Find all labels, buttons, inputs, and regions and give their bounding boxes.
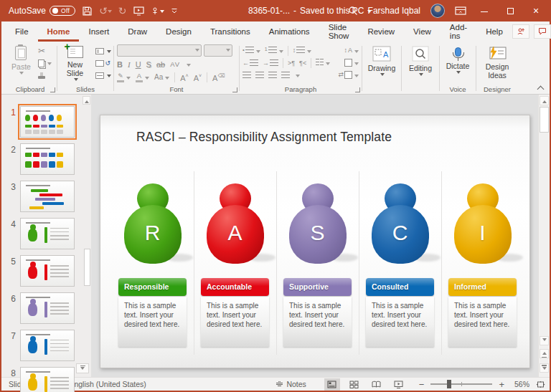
font-dialog-launcher-icon[interactable] — [232, 87, 237, 92]
person-figure[interactable]: S — [289, 183, 347, 264]
rasci-column-responsible[interactable]: R Responsible This is a sample text. Ins… — [118, 183, 187, 347]
minimize-button[interactable] — [476, 0, 492, 21]
touch-mouse-mode-button[interactable] — [151, 6, 164, 16]
normal-view-button[interactable] — [324, 378, 340, 391]
panel-scroll-up-button[interactable] — [83, 96, 90, 105]
collapse-ribbon-button[interactable] — [537, 85, 544, 91]
role-label-bar[interactable]: Informed — [448, 278, 517, 296]
role-label-bar[interactable]: Supportive — [283, 278, 352, 296]
slide-thumbnail-1[interactable]: 1 — [1, 106, 82, 139]
reading-view-button[interactable] — [369, 378, 385, 391]
fit-slide-button[interactable] — [536, 381, 545, 388]
reset-slide-button[interactable]: ↺ — [95, 58, 111, 68]
tab-home[interactable]: Home — [38, 21, 80, 42]
copy-button[interactable] — [38, 58, 52, 68]
dictate-button[interactable]: Dictate — [443, 44, 473, 78]
slide-thumbnail-4[interactable]: 4 — [1, 218, 82, 251]
user-avatar[interactable] — [430, 4, 445, 18]
panel-scrollbar-thumb[interactable] — [84, 249, 90, 286]
role-text-card[interactable]: This is a sample text. Insert your desir… — [201, 297, 269, 347]
zoom-in-button[interactable]: + — [499, 380, 504, 389]
person-figure[interactable]: A — [207, 183, 264, 264]
decrease-font-size-button[interactable]: A˅ — [194, 73, 202, 82]
comments-button[interactable] — [534, 24, 551, 39]
notes-button[interactable]: Notes — [276, 380, 306, 388]
collapse-panel-button[interactable] — [76, 363, 89, 373]
tab-slide-show[interactable]: Slide Show — [319, 21, 359, 42]
underline-button[interactable]: U — [136, 61, 141, 69]
slide-thumbnail-7[interactable]: 7 — [1, 330, 82, 363]
tab-insert[interactable]: Insert — [79, 21, 118, 42]
design-ideas-button[interactable]: Design Ideas — [481, 44, 513, 82]
slide-thumbnail-6[interactable]: 6 — [1, 292, 82, 325]
role-label-bar[interactable]: Consulted — [366, 278, 434, 296]
tab-add-ins[interactable]: Add-ins — [441, 21, 476, 42]
decrease-indent-button[interactable]: ← — [242, 59, 258, 67]
rasci-column-consulted[interactable]: C Consulted This is a sample text. Inser… — [366, 183, 434, 347]
align-text-button[interactable] — [344, 59, 359, 67]
role-label-bar[interactable]: Accountable — [201, 278, 269, 296]
maximize-button[interactable] — [502, 0, 518, 21]
section-button[interactable] — [95, 70, 111, 80]
tab-file[interactable]: File — [6, 21, 38, 42]
zoom-out-button[interactable]: − — [419, 380, 425, 389]
strikethrough-button[interactable]: ab — [156, 61, 165, 69]
slide-thumbnail-5[interactable]: 5 — [1, 255, 82, 288]
clear-formatting-button[interactable]: A⌫ — [212, 73, 225, 82]
slide-editor[interactable]: RASCI – Responsibility Assignment Templa… — [100, 115, 530, 368]
scroll-up-button[interactable] — [540, 96, 549, 105]
numbering-button[interactable]: 1 — [265, 47, 283, 55]
rasci-column-accountable[interactable]: A Accountable This is a sample text. Ins… — [201, 183, 269, 347]
previous-slide-button[interactable] — [540, 349, 549, 358]
rasci-column-informed[interactable]: I Informed This is a sample text. Insert… — [448, 183, 517, 347]
clipboard-dialog-launcher-icon[interactable] — [50, 87, 55, 92]
scrollbar-thumb[interactable] — [540, 107, 549, 133]
save-button[interactable] — [82, 6, 93, 16]
next-slide-button[interactable] — [540, 363, 549, 373]
zoom-slider-thumb[interactable] — [447, 380, 451, 388]
slideshow-view-button[interactable] — [391, 378, 407, 391]
zoom-slider[interactable] — [430, 383, 492, 385]
close-button[interactable]: × — [528, 0, 544, 21]
person-figure[interactable]: I — [454, 183, 512, 264]
rtl-button[interactable]: ¶< — [299, 59, 306, 67]
search-icon[interactable] — [348, 6, 358, 16]
slide-title[interactable]: RASCI – Responsibility Assignment Templa… — [136, 130, 392, 145]
editing-button[interactable]: Editing — [406, 44, 435, 80]
font-color-button[interactable]: A — [136, 72, 143, 82]
tab-draw[interactable]: Draw — [118, 21, 156, 42]
drawing-button[interactable]: A Drawing — [365, 44, 399, 80]
italic-button[interactable]: I — [128, 61, 131, 69]
tab-view[interactable]: View — [404, 21, 441, 42]
redo-button[interactable]: ↻ — [118, 5, 127, 16]
line-spacing-button[interactable]: ↕ — [293, 47, 312, 55]
start-slideshow-button[interactable] — [133, 6, 144, 16]
columns-button[interactable] — [316, 59, 330, 67]
text-direction-button[interactable]: ↕A — [344, 47, 359, 55]
slide-thumbnail-3[interactable]: 3 — [1, 181, 82, 214]
ribbon-display-options-button[interactable] — [455, 6, 466, 16]
paragraph-dialog-launcher-icon[interactable] — [355, 87, 360, 92]
customize-qat-button[interactable] — [171, 7, 178, 14]
increase-indent-button[interactable]: → — [263, 59, 278, 67]
role-label-bar[interactable]: Responsible — [118, 278, 187, 296]
tab-transitions[interactable]: Transitions — [201, 21, 260, 42]
tab-design[interactable]: Design — [156, 21, 201, 42]
bullets-button[interactable]: • — [242, 47, 260, 55]
align-center-button[interactable] — [255, 72, 264, 78]
bold-button[interactable]: B — [117, 61, 123, 69]
person-figure[interactable]: C — [372, 183, 429, 264]
tab-animations[interactable]: Animations — [260, 21, 319, 42]
role-text-card[interactable]: This is a sample text. Insert your desir… — [118, 297, 187, 347]
slide-sorter-view-button[interactable] — [347, 378, 362, 391]
zoom-level[interactable]: 56% — [511, 380, 529, 388]
character-spacing-button[interactable]: AV — [170, 61, 180, 68]
role-text-card[interactable]: This is a sample text. Insert your desir… — [366, 297, 434, 347]
highlight-color-button[interactable]: ✎ — [117, 73, 124, 82]
rasci-column-supportive[interactable]: S Supportive This is a sample text. Inse… — [283, 183, 352, 347]
role-text-card[interactable]: This is a sample text. Insert your desir… — [283, 297, 352, 347]
undo-dropdown-icon[interactable] — [108, 10, 112, 15]
text-shadow-button[interactable]: S — [146, 61, 151, 69]
autosave-control[interactable]: AutoSave Off — [9, 6, 75, 16]
font-name-select[interactable] — [117, 44, 202, 57]
